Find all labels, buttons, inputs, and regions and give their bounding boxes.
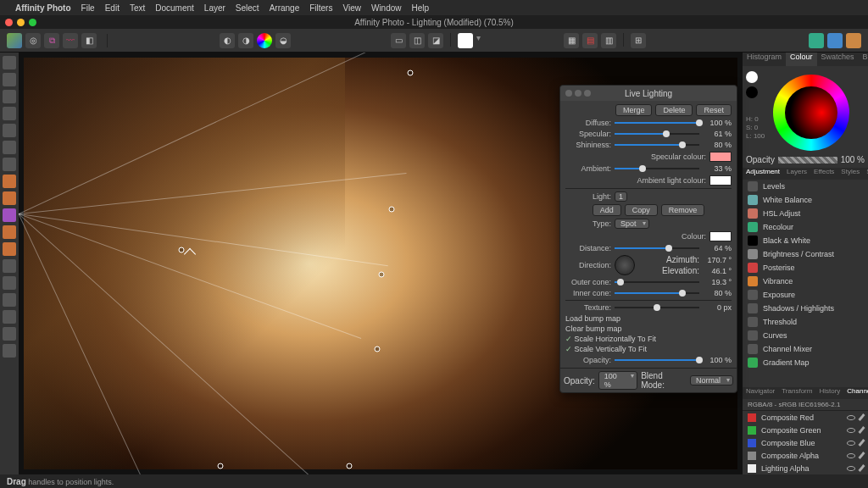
ambient-slider[interactable] xyxy=(615,164,699,173)
adjustment-item[interactable]: Recolour xyxy=(743,220,868,234)
tab-effects[interactable]: Effects xyxy=(810,168,837,180)
texture-slider[interactable] xyxy=(615,303,699,312)
smudge-tool-icon[interactable] xyxy=(3,208,16,222)
scale-h-check[interactable]: Scale Horizontally To Fit xyxy=(565,335,732,343)
distance-slider[interactable] xyxy=(615,244,699,252)
light-handle[interactable] xyxy=(218,463,224,469)
visibility-icon[interactable] xyxy=(847,441,855,446)
move-tool-icon[interactable] xyxy=(3,73,16,86)
outercone-slider[interactable] xyxy=(615,278,699,286)
persona-tone-icon[interactable]: 〰 xyxy=(63,33,78,48)
add-button[interactable]: Add xyxy=(593,204,621,216)
visibility-icon[interactable] xyxy=(847,415,855,420)
tab-transform[interactable]: Transform xyxy=(778,387,815,399)
tab-histogram[interactable]: Histogram xyxy=(743,53,786,66)
shape-tool-icon[interactable] xyxy=(3,310,16,324)
arrangeback-icon[interactable]: ▤ xyxy=(582,33,598,48)
selection-add-icon[interactable]: ◫ xyxy=(409,33,425,48)
snapping-icon[interactable]: ⊞ xyxy=(631,33,646,48)
edit-icon[interactable] xyxy=(858,464,865,472)
quickmask-icon[interactable] xyxy=(458,33,473,48)
autocolour-icon[interactable] xyxy=(257,33,272,48)
light-handle[interactable] xyxy=(389,207,395,213)
menu-layer[interactable]: Layer xyxy=(204,3,225,13)
menu-select[interactable]: Select xyxy=(236,3,259,13)
edit-icon[interactable] xyxy=(858,426,865,434)
selection-new-icon[interactable]: ▭ xyxy=(391,33,406,48)
channel-item[interactable]: Lighting Alpha xyxy=(743,462,868,474)
clone-tool-icon[interactable] xyxy=(3,225,16,239)
channel-item[interactable]: Composite Red xyxy=(743,411,868,424)
copy-button[interactable]: Copy xyxy=(625,204,658,216)
help-icon[interactable] xyxy=(846,33,861,48)
autowb-icon[interactable]: ◒ xyxy=(275,33,291,48)
adjustment-item[interactable]: Threshold xyxy=(743,315,868,329)
colour-picker-icon[interactable] xyxy=(3,90,16,103)
tab-stock[interactable]: Stock xyxy=(863,168,868,180)
adjustment-item[interactable]: Posterise xyxy=(743,261,868,274)
adjustment-item[interactable]: White Balance xyxy=(743,193,868,207)
tab-layers[interactable]: Layers xyxy=(783,168,810,180)
diffuse-slider[interactable] xyxy=(615,119,699,127)
paint-brush-icon[interactable] xyxy=(3,175,16,188)
preferences-icon[interactable] xyxy=(827,33,843,48)
remove-button[interactable]: Remove xyxy=(661,204,705,216)
menu-help[interactable]: Help xyxy=(412,3,430,13)
menu-window[interactable]: Window xyxy=(371,3,402,13)
edit-icon[interactable] xyxy=(858,439,865,446)
tab-navigator[interactable]: Navigator xyxy=(743,387,778,399)
app-name[interactable]: Affinity Photo xyxy=(15,3,71,13)
delete-button[interactable]: Delete xyxy=(655,104,693,116)
primary-colour-icon[interactable] xyxy=(746,71,758,83)
persona-develop-icon[interactable]: ⧉ xyxy=(44,33,59,48)
selection-sub-icon[interactable]: ◪ xyxy=(428,33,443,48)
adjustment-item[interactable]: Gradient Map xyxy=(743,356,868,369)
opacity-slider[interactable] xyxy=(778,157,837,164)
menu-document[interactable]: Document xyxy=(155,3,194,13)
visibility-icon[interactable] xyxy=(847,428,855,433)
fill-tool-icon[interactable] xyxy=(3,191,16,205)
tab-history[interactable]: History xyxy=(815,387,843,399)
dodge-tool-icon[interactable] xyxy=(3,242,16,256)
bump-opacity-slider[interactable] xyxy=(615,356,699,364)
clear-bump-button[interactable]: Clear bump map xyxy=(565,324,732,333)
tab-styles[interactable]: Styles xyxy=(837,168,863,180)
autocontrast-icon[interactable]: ◑ xyxy=(238,33,253,48)
menu-arrange[interactable]: Arrange xyxy=(270,3,300,13)
light-handle[interactable] xyxy=(379,272,385,278)
light-colour-swatch[interactable] xyxy=(709,231,732,241)
marquee-tool-icon[interactable] xyxy=(3,141,16,154)
text-tool-icon[interactable] xyxy=(3,327,16,341)
tab-brushes[interactable]: Brushes xyxy=(859,53,868,66)
persona-photo-icon[interactable] xyxy=(7,33,22,48)
adjustment-item[interactable]: Brightness / Contrast xyxy=(743,247,868,261)
adjustment-item[interactable]: Channel Mixer xyxy=(743,342,868,356)
flood-select-icon[interactable] xyxy=(3,158,16,171)
tab-swatches[interactable]: Swatches xyxy=(817,53,859,66)
light-handle[interactable] xyxy=(375,347,381,352)
light-stepper[interactable]: 1 xyxy=(615,191,627,202)
menu-filters[interactable]: Filters xyxy=(309,3,332,13)
reset-button[interactable]: Reset xyxy=(696,104,732,116)
adjustment-item[interactable]: Shadows / Highlights xyxy=(743,302,868,315)
minimize-icon[interactable] xyxy=(575,90,581,97)
arrangefront-icon[interactable]: ▦ xyxy=(564,33,579,48)
adjustment-item[interactable]: HSL Adjust xyxy=(743,207,868,220)
light-handle[interactable] xyxy=(408,70,414,76)
close-icon[interactable] xyxy=(565,90,572,97)
arrangeflip-icon[interactable]: ▥ xyxy=(601,33,616,48)
innercone-slider[interactable] xyxy=(615,289,699,297)
persona-export-icon[interactable]: ◧ xyxy=(81,33,97,48)
menu-edit[interactable]: Edit xyxy=(105,3,120,13)
menu-file[interactable]: File xyxy=(81,3,95,13)
light-handle[interactable] xyxy=(347,463,353,469)
tab-colour[interactable]: Colour xyxy=(786,53,817,66)
visibility-icon[interactable] xyxy=(847,466,855,471)
specular-colour-swatch[interactable] xyxy=(709,152,732,162)
type-select[interactable]: Spot xyxy=(615,219,649,229)
direction-dial[interactable] xyxy=(615,255,635,275)
channel-item[interactable]: Composite Alpha xyxy=(743,449,868,462)
visibility-icon[interactable] xyxy=(847,453,855,458)
layer-opacity-select[interactable]: 100 % xyxy=(598,371,637,390)
menu-view[interactable]: View xyxy=(342,3,361,13)
